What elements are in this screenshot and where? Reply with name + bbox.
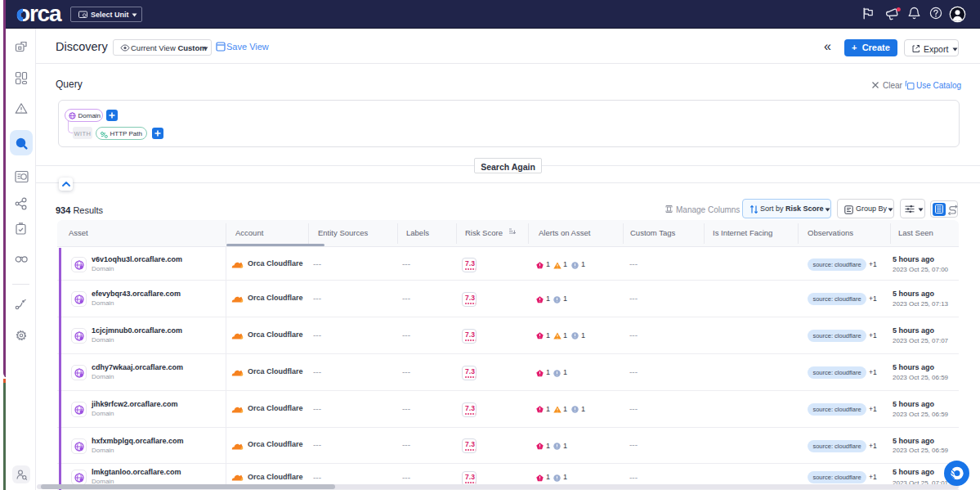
svg-text:orca: orca [16, 3, 62, 26]
